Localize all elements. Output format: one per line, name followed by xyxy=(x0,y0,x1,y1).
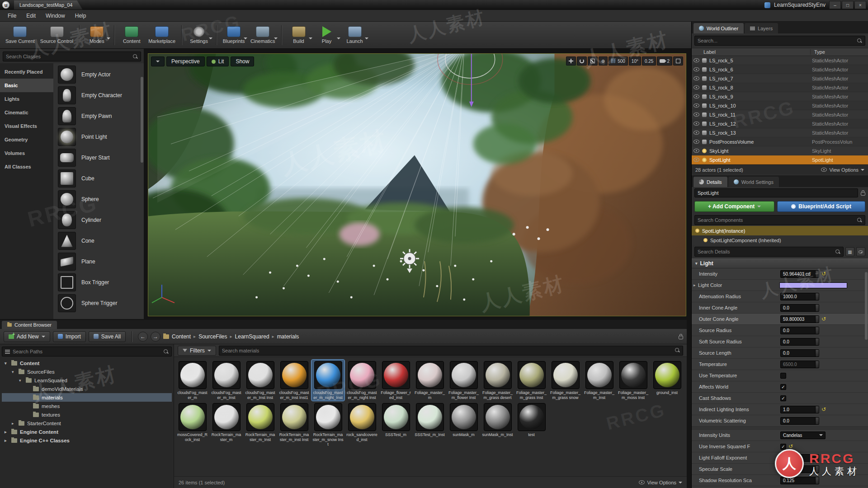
menu-help[interactable]: Help xyxy=(70,11,91,21)
placeable-cube[interactable]: Cube xyxy=(53,168,144,189)
breadcrumb-learnsquared[interactable]: LearnSquared xyxy=(235,333,269,340)
viewport-scene[interactable] xyxy=(148,54,686,316)
reset-to-default-icon[interactable] xyxy=(821,316,826,322)
asset-tile[interactable]: RockTerrain_master_m_Inst xyxy=(244,402,277,448)
asset-tile[interactable]: cloudsFog_master_m_Inst Inst xyxy=(244,360,277,401)
collapse-arrow-icon[interactable]: ▸ xyxy=(5,430,9,434)
tree-engine-cpp-classes[interactable]: ▸Engine C++ Classes xyxy=(2,436,172,445)
expand-arrow-icon[interactable]: ▸ xyxy=(693,283,698,287)
outliner-row[interactable]: LS_rock_10StaticMeshActor xyxy=(692,101,868,110)
asset-tile[interactable]: cloudsFog_master_m_night Inst xyxy=(345,360,378,401)
visibility-eye-icon[interactable] xyxy=(693,76,699,80)
asset-tile[interactable]: test xyxy=(515,402,548,448)
intensity-input[interactable]: 50.964401 cd xyxy=(780,270,819,278)
rotate-tool-button[interactable] xyxy=(577,56,587,66)
section-light[interactable]: Light xyxy=(692,258,868,268)
placeable-sphere-trigger[interactable]: Sphere Trigger xyxy=(53,293,144,314)
source-radius-input[interactable]: 0.0 xyxy=(780,327,819,334)
tree-learnsquared[interactable]: ▾LearnSquared xyxy=(2,376,172,385)
asset-tile[interactable]: cloudsFog_master_m_Inst xyxy=(210,360,243,401)
placeable-sphere[interactable]: Sphere xyxy=(53,189,144,210)
perspective-button[interactable]: Perspective xyxy=(166,56,205,66)
search-paths-input[interactable] xyxy=(13,349,161,354)
column-type[interactable]: Type xyxy=(810,49,868,55)
tab-content-browser[interactable]: Content Browser xyxy=(2,321,57,329)
reset-to-default-icon[interactable] xyxy=(821,271,826,277)
reset-to-default-icon[interactable] xyxy=(821,407,826,412)
asset-tile[interactable]: Foliage_master_m_moss Inst xyxy=(617,360,650,401)
camera-speed-button[interactable]: 2 xyxy=(657,56,672,66)
placeable-cone[interactable]: Cone xyxy=(53,230,144,251)
placeable-cylinder[interactable]: Cylinder xyxy=(53,210,144,230)
visibility-eye-icon[interactable] xyxy=(693,158,699,162)
outliner-view-options[interactable]: View Options xyxy=(821,167,864,173)
category-cinematic[interactable]: Cinematic xyxy=(0,106,53,119)
asset-tile[interactable]: Foliage_master_m_grass Inst xyxy=(515,360,548,401)
placeable-plane[interactable]: Plane xyxy=(53,251,144,272)
tree-textures[interactable]: textures xyxy=(2,410,172,419)
source-control-button[interactable]: Source Control xyxy=(38,23,76,47)
build-button[interactable]: Build xyxy=(285,23,313,47)
asset-tile[interactable]: Foliage_master_m_grass desert xyxy=(481,360,514,401)
inner-cone-angle-input[interactable]: 0.0 xyxy=(780,304,819,312)
outliner-row[interactable]: LS_rock_6StaticMeshActor xyxy=(692,65,868,74)
category-visual-effects[interactable]: Visual Effects xyxy=(0,119,53,133)
property-matrix-button[interactable]: ▦ xyxy=(845,247,854,256)
placeable-point-light[interactable]: Point Light xyxy=(53,127,144,147)
save-current-button[interactable]: Save Current xyxy=(3,23,38,47)
breadcrumb-sourcefiles[interactable]: SourceFiles xyxy=(198,333,227,340)
asset-tile[interactable]: Foliage_master_m_grass snow xyxy=(549,360,582,401)
blueprint-add-script-button[interactable]: Blueprint/Add Script xyxy=(777,201,865,212)
placeable-empty-character[interactable]: Empty Character xyxy=(53,85,144,106)
visibility-eye-icon[interactable] xyxy=(693,113,699,117)
outliner-search[interactable] xyxy=(694,36,865,46)
category-volumes[interactable]: Volumes xyxy=(0,146,53,160)
collapse-arrow-icon[interactable]: ▸ xyxy=(5,438,9,443)
search-components[interactable] xyxy=(694,215,865,225)
outliner-search-input[interactable] xyxy=(698,38,854,43)
asset-tile[interactable]: RockTerrain_master_m_inst Inst xyxy=(278,402,311,448)
close-button[interactable]: × xyxy=(854,1,866,9)
asset-tile[interactable]: mossCovered_Rock_inst xyxy=(176,402,209,448)
outliner-row[interactable]: LS_rock_12StaticMeshActor xyxy=(692,119,868,128)
lit-mode-button[interactable]: Lit xyxy=(207,56,229,66)
placeable-player-start[interactable]: Player Start xyxy=(53,147,144,168)
volumetric-scattering-input[interactable]: 0.0 xyxy=(780,417,819,425)
menu-file[interactable]: File xyxy=(3,11,21,21)
visibility-eye-icon[interactable] xyxy=(693,94,699,99)
back-button[interactable]: ← xyxy=(138,332,148,342)
component-row-spotlight-component[interactable]: SpotLightComponent (Inherited) xyxy=(692,235,868,245)
search-components-input[interactable] xyxy=(698,217,854,223)
source-length-input[interactable]: 0.0 xyxy=(780,349,819,357)
modes-search[interactable] xyxy=(3,52,141,61)
launch-button[interactable]: Launch xyxy=(341,23,369,47)
outliner-row[interactable]: LS_rock_5StaticMeshActor xyxy=(692,56,868,65)
tree-materials-selected[interactable]: materials xyxy=(2,393,172,402)
reset-to-default-icon[interactable] xyxy=(788,444,793,449)
outliner-row[interactable]: LS_rock_9StaticMeshActor xyxy=(692,92,868,101)
outliner-row[interactable]: SkyLightSkyLight xyxy=(692,146,868,155)
outliner-row[interactable]: LS_rock_13StaticMeshActor xyxy=(692,128,868,137)
asset-tile[interactable]: SSSTest_m_Inst xyxy=(413,402,446,448)
cb-view-options[interactable]: View Options xyxy=(639,480,682,485)
menu-window[interactable]: Window xyxy=(41,11,70,21)
lock-icon[interactable] xyxy=(679,336,683,339)
grid-snap-button[interactable]: 500 xyxy=(609,56,628,66)
intensity-units-dropdown[interactable]: Candelas xyxy=(780,432,826,439)
search-paths[interactable] xyxy=(2,347,172,357)
tab-details[interactable]: Details xyxy=(693,177,727,187)
placeable-empty-pawn[interactable]: Empty Pawn xyxy=(53,106,144,127)
level-tab[interactable]: Landscape_testMap_04 xyxy=(14,0,82,9)
tab-world-settings[interactable]: World Settings xyxy=(728,177,779,187)
details-scrollbar[interactable] xyxy=(865,272,868,340)
category-recently-placed[interactable]: Recently Placed xyxy=(0,65,53,79)
add-component-button[interactable]: + Add Component xyxy=(694,201,774,212)
expand-arrow-icon[interactable]: ▾ xyxy=(5,361,9,366)
outliner-row[interactable]: LS_rock_11StaticMeshActor xyxy=(692,110,868,119)
visibility-eye-icon[interactable] xyxy=(693,85,699,89)
viewport-options-button[interactable] xyxy=(151,56,165,66)
modes-scrollbar[interactable] xyxy=(141,77,143,163)
asset-tile-selected[interactable]: cloudsFog_master_m_night_Inst xyxy=(311,360,344,401)
category-all-classes[interactable]: All Classes xyxy=(0,160,53,174)
content-button[interactable]: Content xyxy=(118,23,146,47)
